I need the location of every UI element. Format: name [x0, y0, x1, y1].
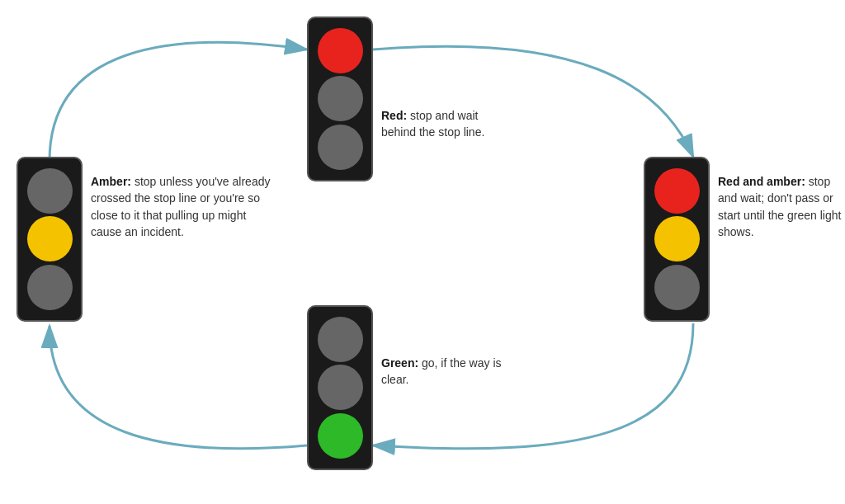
amber-bulb-on [27, 216, 73, 261]
arrows-overlay [0, 0, 845, 504]
green-bulb-off [318, 125, 363, 170]
traffic-light-green [307, 305, 373, 470]
red-label: Red: stop and wait behind the stop line. [381, 107, 513, 141]
green-bulb-off [654, 265, 700, 310]
traffic-light-red [307, 16, 373, 181]
arrow-amber-to-red [50, 42, 307, 161]
traffic-light-diagram: Red: stop and wait behind the stop line.… [0, 0, 845, 504]
amber-bulb-off [318, 365, 363, 410]
amber-label: Amber: stop unless you've already crosse… [91, 173, 272, 240]
green-label: Green: go, if the way is clear. [381, 355, 513, 389]
green-bulb-off [27, 265, 73, 310]
red-bulb [318, 28, 363, 73]
red-bulb-off [318, 317, 363, 362]
arrow-green-to-amber [50, 326, 307, 449]
traffic-light-red-amber [644, 157, 710, 322]
green-bulb-on [318, 413, 363, 459]
red-amber-label: Red and amber: stop and wait; don't pass… [718, 173, 845, 240]
red-bulb-on [654, 168, 700, 214]
amber-bulb-off [318, 76, 363, 121]
amber-bulb-on [654, 216, 700, 261]
red-bulb-off [27, 168, 73, 214]
traffic-light-amber [17, 157, 83, 322]
